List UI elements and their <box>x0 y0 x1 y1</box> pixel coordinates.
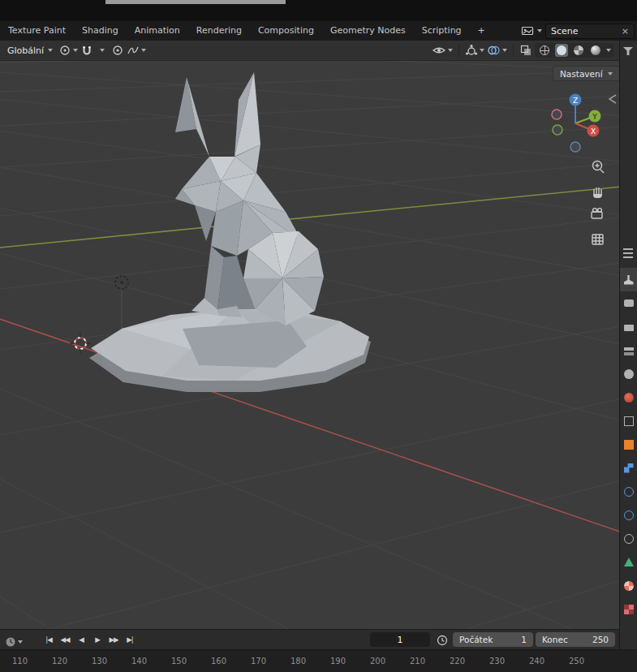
chevron-down-icon <box>480 49 484 52</box>
ruler-tick-label: 240 <box>517 657 557 666</box>
filter-icon[interactable] <box>623 47 633 55</box>
time-clock-icon <box>437 635 448 646</box>
falloff-dropdown[interactable] <box>127 42 146 58</box>
frame-end-field[interactable]: Konec 250 <box>536 632 615 647</box>
falloff-wave-icon <box>127 45 140 56</box>
properties-tab-particles[interactable] <box>620 480 637 503</box>
playback-button[interactable]: ◀◀ <box>57 633 73 646</box>
properties-tab-render[interactable] <box>620 291 637 315</box>
camera-view-icon[interactable] <box>592 209 602 218</box>
properties-tab-texture[interactable] <box>620 597 637 621</box>
render-icon <box>624 299 634 307</box>
gizmo-y-label: Y <box>592 113 597 121</box>
pivot-point-dropdown[interactable] <box>58 42 78 58</box>
rabbit-model[interactable] <box>89 72 371 392</box>
properties-tab-object-data[interactable] <box>620 550 637 574</box>
scene-caret-icon[interactable] <box>537 29 542 32</box>
zoom-icon[interactable] <box>593 162 605 174</box>
wireframe-shading-button[interactable] <box>538 44 551 57</box>
viewport-3d[interactable]: Z Y X <box>0 61 619 629</box>
workspace-tab[interactable]: Scripting <box>414 21 470 41</box>
properties-tab-scene[interactable] <box>620 362 637 386</box>
playback-button[interactable]: ▶| <box>122 633 138 646</box>
rendered-shading-button[interactable] <box>589 44 602 57</box>
properties-tab-collection[interactable] <box>620 409 637 433</box>
gizmo-minus-z[interactable] <box>570 142 580 152</box>
workspace-tab[interactable]: Geometry Nodes <box>322 21 414 41</box>
xray-toggle[interactable] <box>519 42 532 58</box>
workspace-tab[interactable]: Rendering <box>188 21 250 41</box>
scene-chip-icon <box>521 25 534 37</box>
scene-name-field[interactable]: Scene × <box>545 24 635 39</box>
visibility-dropdown[interactable] <box>432 42 453 58</box>
particles-icon <box>624 487 634 497</box>
properties-tab-output[interactable] <box>620 315 637 338</box>
workspace-tab[interactable]: Shading <box>74 21 127 41</box>
solid-shading-button[interactable] <box>555 44 568 57</box>
chevron-down-icon <box>73 49 78 52</box>
properties-tab-tool[interactable] <box>620 268 637 291</box>
material-shading-button[interactable] <box>572 44 585 57</box>
proportional-edit-icon <box>112 45 123 56</box>
playback-button[interactable]: ◀ <box>73 633 89 646</box>
rendered-shading-icon <box>591 45 600 55</box>
navigation-gizmo[interactable]: Z Y X <box>552 94 601 153</box>
ruler-tick-label: 210 <box>398 657 437 666</box>
timeline-ruler[interactable]: 1101201301401501601701801902002102202302… <box>0 649 637 672</box>
properties-tab-world[interactable] <box>620 386 637 409</box>
settings-overlay-button[interactable]: Nastavení <box>553 66 620 81</box>
ruler-tick-label: 120 <box>40 657 80 666</box>
scene-name: Scene <box>551 26 579 37</box>
constraints-icon <box>624 534 634 544</box>
workspace-tab[interactable]: Compositing <box>250 21 322 41</box>
physics-icon <box>624 510 634 520</box>
frame-start-label: Počátek <box>459 635 493 644</box>
gizmo-minus-y[interactable] <box>553 125 562 135</box>
orientation-label: Globální <box>7 45 44 56</box>
playback-button[interactable]: ▶ <box>89 633 105 646</box>
frame-start-value: 1 <box>521 635 527 644</box>
properties-tab-material[interactable] <box>620 574 637 597</box>
editor-type-clock-icon <box>5 636 16 648</box>
tool-icon <box>624 275 634 285</box>
playback-button[interactable]: |◀ <box>41 633 57 646</box>
current-frame-field[interactable]: 1 <box>370 632 430 647</box>
properties-tab-view-layer[interactable] <box>620 338 637 362</box>
overlays-dropdown[interactable] <box>487 42 507 58</box>
gizmos-dropdown[interactable] <box>465 42 484 58</box>
workspace-tab[interactable]: Texture Paint <box>0 21 74 41</box>
timeline-bar: |◀◀◀◀▶▶▶▶| 1 Počátek 1 Konec 250 <box>0 629 619 649</box>
chevron-down-icon <box>608 72 613 75</box>
object-data-icon <box>624 558 634 566</box>
use-preview-range-button[interactable] <box>437 634 448 649</box>
proportional-edit-toggle[interactable] <box>111 42 124 58</box>
snap-toggle-button[interactable] <box>80 42 93 58</box>
chevron-down-icon <box>48 49 53 52</box>
world-icon <box>624 393 634 403</box>
properties-sidebar <box>619 41 637 649</box>
transform-orientation-dropdown[interactable]: Globální <box>4 44 56 58</box>
scene-unlink-icon[interactable]: × <box>622 27 629 36</box>
chevron-down-icon <box>18 640 23 644</box>
workspace-tab[interactable]: Animation <box>127 21 188 41</box>
workspace-tab[interactable]: + <box>470 21 493 41</box>
properties-tab-modifiers[interactable] <box>620 456 637 480</box>
timeline-editor-type-button[interactable] <box>5 634 23 650</box>
frame-start-field[interactable]: Počátek 1 <box>453 632 533 647</box>
wireframe-shading-icon <box>540 45 549 55</box>
texture-icon <box>624 605 634 614</box>
modifiers-icon <box>624 463 634 473</box>
properties-tab-physics[interactable] <box>620 503 637 527</box>
properties-editor-icon[interactable] <box>623 248 633 258</box>
properties-tab-object[interactable] <box>620 433 637 456</box>
chevron-down-icon[interactable] <box>606 49 611 52</box>
snap-target-dropdown[interactable] <box>96 42 109 58</box>
scene-icon <box>624 369 634 379</box>
properties-tab-constraints[interactable] <box>620 527 637 550</box>
topbar: Texture PaintShadingAnimationRenderingCo… <box>0 21 637 41</box>
grid-ortho-icon[interactable] <box>592 235 603 244</box>
workspace-tabs: Texture PaintShadingAnimationRenderingCo… <box>0 21 493 41</box>
playback-button[interactable]: ▶▶ <box>105 633 122 646</box>
scene-icon[interactable] <box>521 23 534 39</box>
gizmo-minus-x[interactable] <box>552 110 562 119</box>
